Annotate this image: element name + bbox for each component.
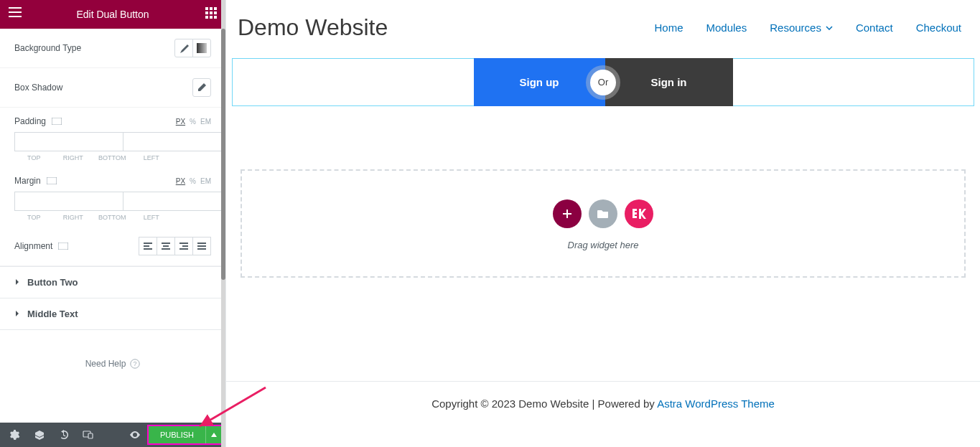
responsive-icon[interactable] [47, 177, 57, 184]
navigator-icon[interactable] [27, 423, 52, 447]
padding-top-input[interactable] [14, 132, 123, 151]
elementskit-icon[interactable] [625, 199, 653, 228]
controls-area: Background Type Box Shadow [0, 29, 225, 423]
site-footer: Copyright © 2023 Demo Website | Powered … [226, 381, 980, 425]
site-header: Demo Website Home Modules Resources Cont… [226, 0, 980, 55]
preview-icon[interactable] [123, 423, 147, 447]
dual-button-right[interactable]: Sign in [605, 58, 733, 106]
settings-icon[interactable] [3, 423, 27, 447]
margin-top-input[interactable] [14, 192, 123, 211]
unit-em[interactable]: EM [200, 118, 211, 126]
bg-classic-icon[interactable] [174, 39, 193, 57]
dual-button-middle: Or [590, 70, 616, 95]
nav-contact[interactable]: Contact [856, 22, 893, 34]
align-center-icon[interactable] [157, 237, 175, 255]
template-library-icon[interactable] [589, 199, 617, 228]
publish-dropdown-icon[interactable] [205, 426, 221, 443]
responsive-mode-icon[interactable] [76, 423, 101, 447]
unit-px[interactable]: PX [176, 177, 185, 185]
align-right-icon[interactable] [174, 237, 193, 255]
help-icon: ? [130, 359, 140, 369]
unit-percent[interactable]: % [190, 177, 196, 185]
dual-button-left[interactable]: Sign up [474, 58, 605, 106]
accordion-button-two[interactable]: Button Two [0, 267, 225, 298]
site-title: Demo Website [238, 14, 388, 41]
need-help-link[interactable]: Need Help ? [0, 330, 225, 383]
svg-rect-0 [197, 43, 207, 53]
margin-label: Margin [14, 176, 57, 186]
responsive-icon[interactable] [58, 243, 68, 250]
editor-sidebar: Edit Dual Button Background Type Box Sh [0, 0, 226, 447]
box-shadow-label: Box Shadow [14, 83, 62, 93]
hamburger-menu-icon[interactable] [9, 7, 22, 20]
unit-percent[interactable]: % [190, 118, 196, 126]
svg-text:?: ? [134, 360, 137, 367]
accordion-middle-text[interactable]: Middle Text [0, 298, 225, 330]
margin-units: PX % EM [176, 177, 211, 185]
box-shadow-row: Box Shadow [0, 68, 225, 108]
history-icon[interactable] [52, 423, 76, 447]
caret-right-icon [14, 277, 20, 288]
margin-right-input[interactable] [123, 192, 225, 211]
box-shadow-edit-icon[interactable] [192, 78, 211, 97]
background-type-group [174, 39, 211, 57]
background-type-label: Background Type [14, 43, 81, 53]
chevron-down-icon [826, 26, 833, 30]
unit-em[interactable]: EM [200, 177, 211, 185]
drop-text: Drag widget here [568, 240, 639, 250]
add-section-icon[interactable] [553, 199, 582, 228]
main-nav: Home Modules Resources Contact Checkout [655, 22, 962, 34]
margin-section: Margin PX % EM [0, 167, 225, 227]
svg-rect-7 [88, 433, 93, 438]
publish-button-group: PUBLISH [147, 425, 223, 445]
svg-rect-1 [52, 118, 62, 125]
panel-header: Edit Dual Button [0, 0, 225, 29]
align-left-icon[interactable] [139, 237, 157, 255]
padding-label: Padding [14, 116, 62, 126]
panel-scrollbar[interactable] [221, 0, 225, 447]
responsive-icon[interactable] [52, 118, 62, 125]
align-justify-icon[interactable] [192, 237, 211, 255]
caret-right-icon [14, 309, 20, 319]
nav-resources[interactable]: Resources [770, 22, 833, 34]
panel-footer: PUBLISH [0, 423, 225, 447]
svg-rect-2 [47, 177, 57, 184]
nav-modules[interactable]: Modules [706, 22, 747, 34]
alignment-row: Alignment [0, 227, 225, 266]
panel-title: Edit Dual Button [76, 9, 149, 20]
svg-rect-3 [58, 243, 68, 250]
padding-units: PX % EM [176, 118, 211, 126]
padding-right-input[interactable] [123, 132, 225, 151]
dual-button-selected[interactable]: Sign up Or Sign in [232, 58, 974, 106]
alignment-label: Alignment [14, 241, 68, 251]
publish-button[interactable]: PUBLISH [149, 426, 205, 443]
nav-checkout[interactable]: Checkout [916, 22, 961, 34]
padding-section: Padding PX % EM [0, 108, 225, 167]
footer-theme-link[interactable]: Astra WordPress Theme [657, 397, 775, 410]
drop-area[interactable]: Drag widget here [241, 169, 966, 278]
background-type-row: Background Type [0, 29, 225, 68]
nav-home[interactable]: Home [655, 22, 683, 34]
widget-grid-icon[interactable] [205, 7, 217, 22]
canvas-area: Demo Website Home Modules Resources Cont… [226, 0, 980, 447]
unit-px[interactable]: PX [176, 118, 185, 126]
bg-gradient-icon[interactable] [192, 39, 211, 57]
